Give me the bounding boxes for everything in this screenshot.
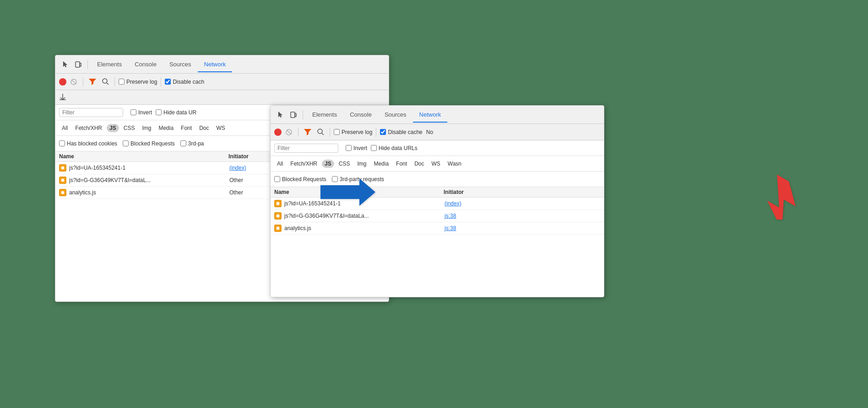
type-doc-right[interactable]: Doc — [412, 160, 427, 168]
type-media[interactable]: Media — [156, 124, 176, 132]
type-doc[interactable]: Doc — [196, 124, 212, 132]
type-css-right[interactable]: CSS — [336, 160, 353, 168]
type-wasn-right[interactable]: Wasn — [445, 160, 464, 168]
third-party-checkbox[interactable] — [180, 140, 186, 146]
svg-line-20 — [322, 133, 324, 135]
type-img[interactable]: Img — [139, 124, 154, 132]
hide-data-checkbox-right[interactable] — [371, 145, 377, 151]
blocked-requests-checkbox-right[interactable] — [274, 176, 280, 182]
hide-data-checkbox[interactable] — [156, 109, 162, 115]
toolbar-right: Preserve log Disable cache No — [271, 124, 604, 140]
filter-input-right[interactable] — [274, 144, 338, 153]
type-font[interactable]: Font — [178, 124, 195, 132]
preserve-log-label[interactable]: Preserve log — [119, 79, 157, 85]
filter-button-right[interactable] — [302, 127, 313, 138]
type-all[interactable]: All — [59, 124, 71, 132]
invert-label-right[interactable]: Invert — [346, 145, 367, 151]
toolbar-sep-3 — [161, 77, 161, 86]
tab-sources[interactable]: Sources — [163, 57, 198, 72]
invert-label[interactable]: Invert — [130, 109, 152, 116]
initiator-link-1[interactable]: (index) — [229, 165, 246, 171]
table-row[interactable]: analytics.js js:38 — [271, 222, 604, 235]
svg-point-4 — [103, 79, 107, 83]
has-blocked-cookies-label[interactable]: Has blocked cookies — [59, 140, 117, 147]
type-css[interactable]: CSS — [121, 124, 138, 132]
third-party-label[interactable]: 3rd-pa — [180, 140, 204, 147]
cursor-icon[interactable] — [59, 58, 72, 71]
hide-data-label[interactable]: Hide data UR — [156, 109, 196, 116]
initiator-link-r3[interactable]: js:38 — [445, 225, 456, 231]
disable-cache-checkbox-right[interactable] — [380, 129, 386, 135]
device-icon[interactable] — [72, 58, 85, 71]
svg-point-21 — [277, 202, 280, 205]
svg-point-24 — [277, 215, 279, 217]
record-button-right[interactable] — [274, 129, 282, 136]
clear-button-right[interactable] — [283, 127, 294, 138]
invert-checkbox-right[interactable] — [346, 145, 352, 151]
type-js[interactable]: JS — [107, 124, 119, 132]
initiator-link-r1[interactable]: (index) — [445, 200, 461, 207]
preserve-log-checkbox-right[interactable] — [334, 129, 340, 135]
svg-line-18 — [287, 130, 291, 134]
tab-elements[interactable]: Elements — [91, 57, 128, 72]
toolbar-sep-r3 — [376, 128, 376, 137]
js-file-icon-3 — [59, 189, 66, 196]
no-label: No — [426, 129, 433, 135]
disable-cache-label-right[interactable]: Disable cache — [380, 129, 422, 135]
invert-checkbox[interactable] — [130, 109, 136, 115]
svg-point-11 — [62, 179, 64, 181]
toolbar2-left — [55, 90, 389, 105]
tab-network[interactable]: Network — [198, 57, 233, 72]
tab-console-right[interactable]: Console — [343, 107, 378, 123]
toolbar-left: Preserve log Disable cach — [55, 74, 389, 90]
blocked-requests-checkbox[interactable] — [123, 140, 129, 146]
type-img-right[interactable]: Img — [354, 160, 369, 168]
js-file-icon-r3 — [274, 225, 282, 232]
clear-button[interactable] — [68, 76, 79, 87]
filter-input-left[interactable] — [59, 108, 123, 117]
row-initiator-r1: (index) — [445, 200, 600, 207]
tab-network-right[interactable]: Network — [413, 107, 448, 123]
preserve-log-checkbox[interactable] — [119, 79, 125, 85]
svg-rect-1 — [80, 63, 81, 66]
js-file-icon — [59, 164, 66, 172]
row-name-r2: js?id=G-G36G49KV7T&l=dataLa... — [284, 213, 445, 219]
type-fetch-xhr[interactable]: Fetch/XHR — [72, 124, 105, 132]
js-file-icon-2 — [59, 177, 66, 184]
hide-data-label-right[interactable]: Hide data URLs — [371, 145, 418, 151]
svg-rect-16 — [295, 113, 296, 117]
device-icon-right[interactable] — [287, 108, 300, 121]
type-ws[interactable]: WS — [213, 124, 228, 132]
disable-cache-label[interactable]: Disable cach — [165, 79, 204, 85]
blocked-requests-label[interactable]: Blocked Requests — [123, 140, 175, 147]
has-blocked-cookies-checkbox[interactable] — [59, 140, 65, 146]
tab-console[interactable]: Console — [128, 57, 163, 72]
disable-cache-checkbox[interactable] — [165, 79, 171, 85]
filter-button[interactable] — [87, 76, 98, 87]
type-font-right[interactable]: Font — [393, 160, 410, 168]
row-name-2: js?id=G-G36G49KV7T&l=dataL... — [69, 177, 229, 183]
svg-line-3 — [72, 80, 76, 84]
type-media-right[interactable]: Media — [371, 160, 391, 168]
table-row[interactable]: js?id=G-G36G49KV7T&l=dataLa... js:38 — [271, 210, 604, 222]
svg-point-9 — [62, 167, 64, 169]
search-button-right[interactable] — [315, 127, 326, 138]
preserve-log-label-right[interactable]: Preserve log — [334, 129, 372, 135]
type-ws-right[interactable]: WS — [429, 160, 443, 168]
type-fetch-xhr-right[interactable]: Fetch/XHR — [288, 160, 320, 168]
cursor-icon-right[interactable] — [274, 108, 287, 121]
tab-elements-right[interactable]: Elements — [306, 107, 343, 123]
tab-sources-right[interactable]: Sources — [378, 107, 413, 123]
record-button[interactable] — [59, 78, 66, 86]
row-initiator-r3: js:38 — [445, 225, 600, 231]
blocked-requests-label-right[interactable]: Blocked Requests — [274, 176, 326, 183]
download-button[interactable] — [59, 93, 66, 102]
type-all-right[interactable]: All — [274, 160, 286, 168]
svg-point-26 — [277, 227, 279, 229]
search-button[interactable] — [100, 76, 111, 87]
svg-line-5 — [107, 83, 108, 85]
js-file-icon-r2 — [274, 212, 282, 220]
initiator-link-r2[interactable]: js:38 — [445, 213, 456, 219]
row-name-1: js?id=UA-165345241-1 — [69, 165, 229, 171]
type-js-right[interactable]: JS — [322, 160, 334, 168]
